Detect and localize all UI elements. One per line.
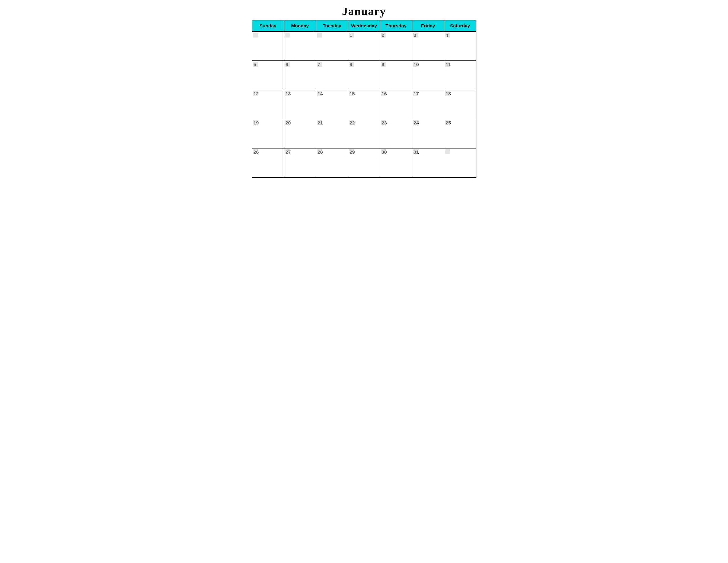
calendar-title: January [252,4,476,18]
calendar-cell[interactable]: 11 [444,61,476,90]
day-corner-decoration [317,62,322,67]
day-corner-decoration [445,149,450,154]
calendar-cell[interactable]: 16 [380,90,412,119]
calendar-cell[interactable]: 18 [444,90,476,119]
calendar-cell[interactable]: 5 [252,61,284,90]
calendar-cell[interactable]: 9 [380,61,412,90]
day-corner-decoration [349,91,354,96]
calendar-cell[interactable]: 24 [412,119,444,148]
day-corner-decoration [413,91,418,96]
calendar-cell[interactable]: 26 [252,148,284,177]
day-corner-decoration [413,62,418,67]
calendar-cell[interactable]: 3 [412,31,444,61]
day-corner-decoration [349,120,354,125]
calendar-cell[interactable] [252,31,284,61]
day-corner-decoration [413,149,418,154]
day-corner-decoration [253,62,258,67]
day-corner-decoration [317,120,322,125]
calendar-cell[interactable]: 6 [284,61,316,90]
day-corner-decoration [285,120,290,125]
calendar-cell[interactable]: 29 [348,148,380,177]
calendar-cell[interactable] [284,31,316,61]
calendar-cell[interactable]: 22 [348,119,380,148]
day-corner-decoration [317,91,322,96]
calendar-cell[interactable]: 10 [412,61,444,90]
calendar-cell[interactable]: 23 [380,119,412,148]
calendar-cell[interactable]: 17 [412,90,444,119]
calendar-cell[interactable]: 30 [380,148,412,177]
week-row-4: 19202122232425 [252,119,476,148]
week-row-5: 262728293031 [252,148,476,177]
day-corner-decoration [413,120,418,125]
header-day-saturday: Saturday [444,20,476,31]
header-row: SundayMondayTuesdayWednesdayThursdayFrid… [252,20,476,31]
day-corner-decoration [253,91,258,96]
day-corner-decoration [285,62,290,67]
week-row-2: 567891011 [252,61,476,90]
day-corner-decoration [253,120,258,125]
calendar-cell[interactable] [316,31,348,61]
header-day-monday: Monday [284,20,316,31]
calendar-cell[interactable]: 7 [316,61,348,90]
day-corner-decoration [349,62,354,67]
day-corner-decoration [381,62,386,67]
day-corner-decoration [445,91,450,96]
day-corner-decoration [349,33,354,38]
calendar-cell[interactable]: 4 [444,31,476,61]
calendar-cell[interactable] [444,148,476,177]
day-corner-decoration [413,33,418,38]
day-corner-decoration [445,33,450,38]
day-corner-decoration [445,62,450,67]
day-corner-decoration [253,33,258,38]
calendar-cell[interactable]: 27 [284,148,316,177]
calendar-wrapper: January SundayMondayTuesdayWednesdayThur… [252,4,476,178]
calendar-cell[interactable]: 12 [252,90,284,119]
day-corner-decoration [285,91,290,96]
header-day-tuesday: Tuesday [316,20,348,31]
week-row-3: 12131415161718 [252,90,476,119]
day-corner-decoration [381,120,386,125]
calendar-cell[interactable]: 25 [444,119,476,148]
calendar-cell[interactable]: 1 [348,31,380,61]
calendar-table: SundayMondayTuesdayWednesdayThursdayFrid… [252,20,476,178]
day-corner-decoration [445,120,450,125]
calendar-cell[interactable]: 20 [284,119,316,148]
day-corner-decoration [317,33,322,38]
header-day-friday: Friday [412,20,444,31]
day-corner-decoration [381,149,386,154]
day-corner-decoration [349,149,354,154]
day-corner-decoration [381,33,386,38]
header-day-wednesday: Wednesday [348,20,380,31]
day-corner-decoration [253,149,258,154]
calendar-cell[interactable]: 14 [316,90,348,119]
header-day-thursday: Thursday [380,20,412,31]
day-corner-decoration [381,91,386,96]
day-corner-decoration [285,149,290,154]
calendar-cell[interactable]: 21 [316,119,348,148]
calendar-cell[interactable]: 19 [252,119,284,148]
calendar-cell[interactable]: 31 [412,148,444,177]
calendar-cell[interactable]: 15 [348,90,380,119]
calendar-cell[interactable]: 2 [380,31,412,61]
day-corner-decoration [317,149,322,154]
calendar-cell[interactable]: 8 [348,61,380,90]
calendar-cell[interactable]: 13 [284,90,316,119]
calendar-cell[interactable]: 28 [316,148,348,177]
week-row-1: 1234 [252,31,476,61]
header-day-sunday: Sunday [252,20,284,31]
day-corner-decoration [285,33,290,38]
